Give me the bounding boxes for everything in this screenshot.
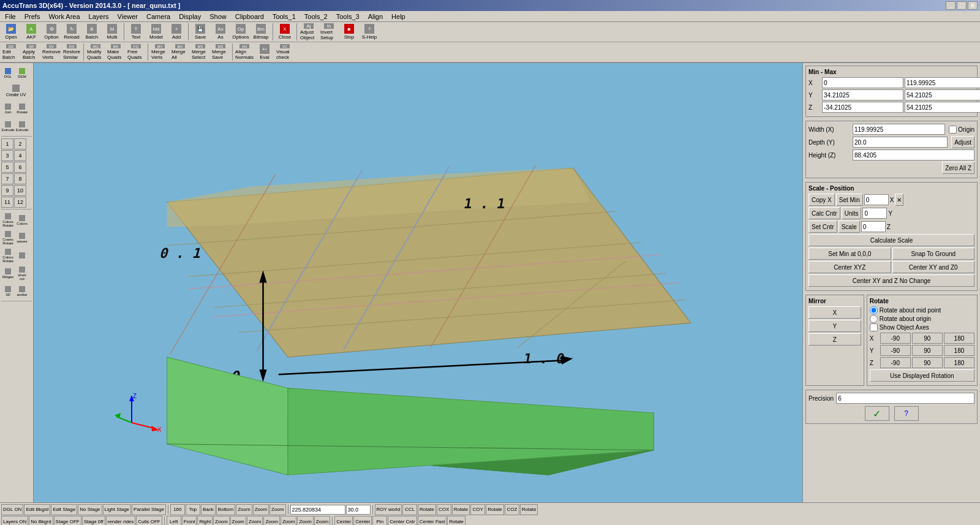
scale-val-input[interactable] [861,221,886,232]
scale-label-button[interactable]: Scale [839,221,860,233]
btn-layers-on[interactable]: Layers ON [1,516,28,525]
btn-center1[interactable]: Center [334,516,353,525]
btn-batch[interactable]: BBatch [82,23,102,41]
btn-cutis-off[interactable]: Cutis OFF [136,516,162,525]
rotate-y-neg90[interactable]: -90 [880,345,911,356]
sidebar-num-9[interactable]: 9 [1,185,13,196]
menu-tools2[interactable]: Tools_2 [301,12,331,21]
set-min-000-button[interactable]: Set Min at 0,0,0 [809,247,891,260]
menu-workarea[interactable]: Work Area [45,12,83,21]
sidebar-btn-create-uv[interactable]: Create UV [1,82,31,99]
btn-options2[interactable]: OpOptions [231,23,251,41]
set-min-button[interactable]: Set Min [836,194,863,206]
btn-rotate-cox[interactable]: Rotate [452,504,470,515]
btn-front[interactable]: Front [182,516,197,525]
sidebar-num-11[interactable]: 11 [1,197,13,208]
sidebar-num-10[interactable]: 10 [14,185,26,196]
zero-all-z-button[interactable]: Zero All Z [942,162,974,174]
btn-dgl-on[interactable]: DGL ON [1,504,23,515]
x-max-input[interactable] [905,77,980,88]
calculate-scale-button[interactable]: Calculate Scale [809,234,974,246]
btn-remove-verts[interactable]: RVRemove Verts [42,43,61,61]
x-close-button[interactable]: ✕ [895,194,903,206]
menu-file[interactable]: File [1,12,20,21]
menu-camera[interactable]: Camera [143,12,174,21]
mirror-x-button[interactable]: X [809,306,861,319]
btn-cox[interactable]: COX [437,504,451,515]
mirror-y-button[interactable]: Y [809,320,861,332]
btn-edit-bkgrd[interactable]: Edit Bkgrd [24,504,50,515]
btn-model[interactable]: MdModel [146,23,166,41]
btn-merge-select[interactable]: MSMerge Select [190,43,210,61]
calc-cntr-button[interactable]: Calc Cntr [809,207,840,219]
btn-save[interactable]: 💾Save [190,23,210,41]
sidebar-btn-andtar[interactable]: andtar [15,282,29,300]
btn-render-rides[interactable]: render rides [106,516,136,525]
copy-x-button[interactable]: Copy X [809,194,835,206]
sidebar-num-6[interactable]: 6 [14,162,26,173]
menu-prefs[interactable]: Prefs [21,12,44,21]
btn-invert[interactable]: InInvert Setup [319,23,339,41]
snap-to-ground-button[interactable]: Snap To Ground [892,247,975,260]
sidebar-btn-dgl[interactable]: DGL [1,64,15,81]
angle-input[interactable] [290,505,345,515]
sidebar-btn-colors-rotate2[interactable]: Colors Rotate [1,247,15,264]
sidebar-num-1[interactable]: 1 [1,138,13,149]
btn-merge-verts[interactable]: MVMerge Verts [150,43,170,61]
units-button[interactable]: Units [842,207,862,219]
btn-open[interactable]: 📂Open [1,23,21,41]
btn-zoom2[interactable]: Zoom [253,504,269,515]
btn-text[interactable]: TText [126,23,146,41]
btn-add[interactable]: +Add [167,23,186,41]
rotate-z-90[interactable]: 90 [912,357,943,368]
btn-center-cntr[interactable]: Center Cntr [388,516,417,525]
btn-shelp[interactable]: ?S-Help [360,23,379,41]
help-button[interactable]: ? [894,406,919,421]
z-max-input[interactable] [905,102,980,113]
btn-right[interactable]: Right [197,516,213,525]
btn-rotate-coy[interactable]: Rotate [418,504,436,515]
btn-bottom[interactable]: Bottom [216,504,235,515]
y-min-input[interactable] [822,89,903,100]
depth-input[interactable] [853,137,948,148]
rotate-z-180[interactable]: 180 [944,357,974,368]
btn-zoom6[interactable]: Zoom [247,516,263,525]
rotate-origin-radio[interactable] [870,315,878,323]
menu-align[interactable]: Align [364,12,386,21]
btn-reload[interactable]: ↻Reload [62,23,81,41]
btn-center-fast[interactable]: Center Fast [418,516,447,525]
btn-roy-world[interactable]: ROY world [375,504,402,515]
sidebar-num-2[interactable]: 2 [14,138,26,149]
btn-rotate3[interactable]: Rotate [520,504,538,515]
origin-checkbox[interactable] [949,126,957,134]
menu-tools3[interactable]: Tools_3 [333,12,363,21]
btn-edit-stage[interactable]: Edit Stage [51,504,77,515]
btn-top[interactable]: Top [186,504,200,515]
btn-bitmap[interactable]: BmBitmap [251,23,271,41]
rotate-x-180[interactable]: 180 [944,333,974,344]
btn-free-quads[interactable]: FQFree Quads [126,43,146,61]
width-input[interactable] [853,124,945,135]
sidebar-num-12[interactable]: 12 [14,197,26,208]
x-min-input[interactable] [822,77,903,88]
btn-eval[interactable]: EvEval [255,43,274,61]
precision-input[interactable] [836,393,974,404]
btn-zoom4[interactable]: Zoom [213,516,229,525]
menu-help[interactable]: Help [388,12,409,21]
sidebar-num-7[interactable]: 7 [1,173,13,184]
btn-coy[interactable]: COY [470,504,485,515]
btn-left[interactable]: Left [167,516,181,525]
use-displayed-rotation-button[interactable]: Use Displayed Rotation [870,369,974,382]
z-min-input[interactable] [822,102,903,113]
btn-zoom10[interactable]: Zoom [314,516,330,525]
set-min-val-input[interactable] [864,194,889,205]
btn-merge-save[interactable]: MSMerge Save [211,43,230,61]
sidebar-btn-3d[interactable]: 3D [1,282,15,300]
sidebar-btn-dem[interactable]: DEM [15,64,29,81]
btn-stage-off[interactable]: Stage OFF [54,516,81,525]
menu-show[interactable]: Show [206,12,230,21]
btn-apply-batch[interactable]: ABApply Batch [21,43,41,61]
btn-merge-all[interactable]: MAMerge All [170,43,190,61]
btn-visual-check[interactable]: VCVisual check [275,43,295,61]
btn-edit-batch[interactable]: EBEdit Batch [1,43,21,61]
